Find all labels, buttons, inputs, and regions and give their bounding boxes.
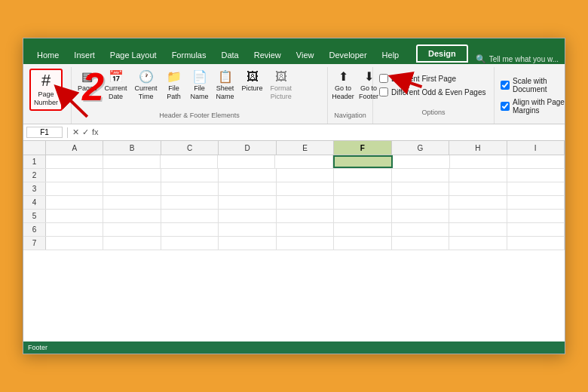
grid-cell[interactable]	[277, 169, 334, 182]
cancel-formula-icon[interactable]: ✕	[72, 127, 79, 137]
grid-cell[interactable]	[219, 196, 276, 209]
grid-cell[interactable]	[277, 182, 334, 195]
col-header-e[interactable]: E	[277, 141, 334, 155]
grid-cell[interactable]	[46, 169, 103, 182]
grid-cell[interactable]	[449, 196, 507, 209]
grid-cell[interactable]	[103, 169, 161, 182]
grid-cell[interactable]	[219, 237, 276, 250]
grid-cell[interactable]	[46, 237, 103, 250]
grid-cell[interactable]	[392, 196, 449, 209]
grid-cell[interactable]	[46, 155, 103, 168]
confirm-formula-icon[interactable]: ✓	[82, 127, 89, 137]
btn-file-name[interactable]: 📄 FileName	[188, 69, 212, 103]
btn-picture[interactable]: 🖼 Picture	[239, 69, 266, 95]
insert-function-icon[interactable]: fx	[92, 127, 99, 137]
cell-reference[interactable]	[26, 127, 63, 138]
col-header-c[interactable]: C	[161, 141, 219, 155]
grid-cell[interactable]	[103, 237, 161, 250]
grid-cell[interactable]	[277, 210, 334, 222]
grid-cell[interactable]	[218, 155, 275, 168]
grid-cell[interactable]	[103, 196, 161, 209]
grid-cell[interactable]	[449, 210, 507, 222]
grid-cell[interactable]	[103, 210, 161, 222]
grid-cell[interactable]	[161, 169, 219, 182]
grid-cell[interactable]	[161, 210, 219, 222]
checkbox-scale-document[interactable]	[501, 81, 510, 90]
grid-cell[interactable]	[393, 155, 450, 168]
search-area[interactable]: 🔍 Tell me what you w...	[476, 54, 559, 64]
btn-page-number[interactable]: # PageNumber	[29, 69, 63, 111]
grid-cell[interactable]	[277, 196, 334, 209]
grid-cell[interactable]	[46, 223, 103, 236]
col-header-i[interactable]: I	[507, 141, 565, 155]
btn-current-time[interactable]: 🕐 CurrentTime	[132, 69, 161, 103]
grid-cell[interactable]	[507, 223, 565, 236]
grid-cell[interactable]	[450, 155, 507, 168]
grid-cell[interactable]	[507, 196, 565, 209]
col-header-b[interactable]: B	[103, 141, 161, 155]
grid-cell[interactable]	[277, 223, 334, 236]
btn-file-path[interactable]: 📁 FilePath	[162, 69, 186, 103]
grid-cell[interactable]	[507, 182, 565, 195]
grid-cell[interactable]	[392, 182, 449, 195]
tab-review[interactable]: Review	[247, 46, 289, 64]
btn-current-date[interactable]: 📅 CurrentDate	[102, 69, 130, 103]
grid-cell[interactable]	[507, 210, 565, 222]
col-header-a[interactable]: A	[46, 141, 103, 155]
grid-cell[interactable]	[334, 169, 391, 182]
grid-cell[interactable]	[392, 223, 449, 236]
tab-design[interactable]: Design	[416, 44, 468, 63]
btn-go-to-header[interactable]: ⬆ Go toHeader	[331, 69, 355, 103]
tab-page-layout[interactable]: Page Layout	[103, 46, 164, 64]
btn-format-picture[interactable]: 🖼 FormatPicture	[268, 69, 296, 103]
tab-help[interactable]: Help	[375, 46, 407, 64]
grid-cell-selected[interactable]	[333, 155, 393, 168]
grid-cell[interactable]	[392, 169, 449, 182]
grid-cell[interactable]	[46, 182, 103, 195]
checkbox-align-page[interactable]	[501, 102, 510, 111]
grid-cell[interactable]	[103, 182, 161, 195]
grid-cell[interactable]	[507, 169, 565, 182]
grid-cell[interactable]	[392, 210, 449, 222]
btn-pages[interactable]: ▤ Pages	[75, 69, 100, 95]
tab-insert[interactable]: Insert	[66, 46, 103, 64]
grid-cell[interactable]	[275, 155, 332, 168]
grid-cell[interactable]	[46, 210, 103, 222]
col-header-h[interactable]: H	[449, 141, 507, 155]
grid-cell[interactable]	[334, 196, 391, 209]
grid-cell[interactable]	[449, 223, 507, 236]
grid-cell[interactable]	[507, 155, 565, 168]
tab-developer[interactable]: Developer	[321, 46, 374, 64]
formula-input[interactable]	[102, 128, 562, 137]
col-header-d[interactable]: D	[219, 141, 276, 155]
grid-cell[interactable]	[449, 237, 507, 250]
btn-sheet-name[interactable]: 📋 SheetName	[213, 69, 237, 103]
grid-cell[interactable]	[161, 196, 219, 209]
grid-cell[interactable]	[161, 223, 219, 236]
checkbox-different-odd-even[interactable]	[379, 87, 388, 96]
grid-cell[interactable]	[334, 182, 391, 195]
checkbox-different-first[interactable]	[379, 74, 388, 83]
tab-data[interactable]: Data	[213, 46, 246, 64]
tab-home[interactable]: Home	[29, 46, 66, 64]
grid-cell[interactable]	[449, 169, 507, 182]
grid-cell[interactable]	[103, 155, 161, 168]
tab-formulas[interactable]: Formulas	[164, 46, 214, 64]
tab-view[interactable]: View	[289, 46, 322, 64]
grid-cell[interactable]	[219, 223, 276, 236]
grid-cell[interactable]	[507, 237, 565, 250]
grid-cell[interactable]	[219, 210, 276, 222]
grid-cell[interactable]	[392, 237, 449, 250]
col-header-f[interactable]: F	[334, 141, 391, 155]
grid-cell[interactable]	[449, 182, 507, 195]
grid-cell[interactable]	[103, 223, 161, 236]
grid-cell[interactable]	[219, 169, 276, 182]
grid-cell[interactable]	[161, 237, 219, 250]
grid-cell[interactable]	[334, 210, 391, 222]
grid-cell[interactable]	[46, 196, 103, 209]
grid-cell[interactable]	[161, 155, 218, 168]
grid-cell[interactable]	[161, 182, 219, 195]
col-header-g[interactable]: G	[392, 141, 449, 155]
grid-cell[interactable]	[219, 182, 276, 195]
grid-cell[interactable]	[334, 237, 391, 250]
